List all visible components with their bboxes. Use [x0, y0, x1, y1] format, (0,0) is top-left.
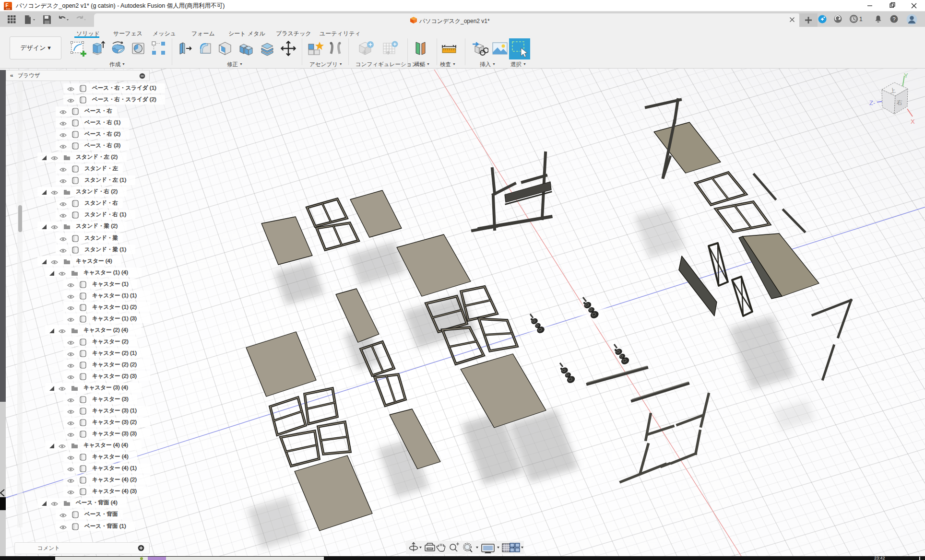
- svg-text:FUS: FUS: [6, 8, 10, 10]
- svg-text:?: ?: [893, 16, 896, 22]
- svg-text:Z-: Z-: [869, 99, 875, 106]
- svg-text:右: 右: [896, 99, 902, 106]
- svg-text:上: 上: [889, 87, 896, 94]
- svg-text:X: X: [911, 118, 915, 125]
- svg-text:Y: Y: [904, 72, 908, 79]
